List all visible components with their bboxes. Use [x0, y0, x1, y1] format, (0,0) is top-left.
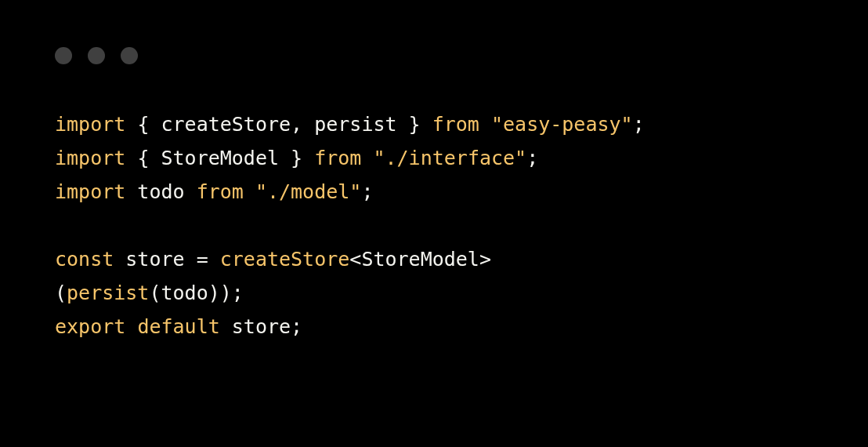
- code-token: [125, 113, 137, 136]
- code-token: [244, 180, 255, 203]
- code-line: const store = createStore<StoreModel>: [55, 242, 813, 276]
- code-window: import { createStore, persist } from "ea…: [0, 0, 868, 447]
- code-token: [421, 113, 432, 136]
- code-token: createStore: [149, 113, 291, 136]
- code-token: ;: [232, 282, 244, 304]
- code-token: "easy-peasy": [491, 113, 633, 136]
- code-token: persist: [67, 282, 149, 304]
- code-token: [361, 147, 373, 169]
- code-token: todo: [125, 180, 196, 203]
- code-token: persist: [302, 113, 408, 136]
- code-token: export: [55, 315, 125, 338]
- code-token: const: [55, 248, 114, 271]
- code-token: createStore: [220, 248, 350, 271]
- code-token: {: [137, 147, 149, 169]
- code-token: ,: [291, 113, 302, 136]
- code-token: StoreModel: [149, 147, 291, 169]
- code-line: import todo from "./model";: [55, 175, 813, 209]
- code-line: import { createStore, persist } from "ea…: [55, 107, 813, 141]
- code-token: default: [137, 315, 219, 338]
- code-token: ;: [633, 113, 645, 136]
- code-token: import: [55, 180, 125, 203]
- code-token: <: [349, 248, 361, 271]
- code-token: [125, 315, 137, 338]
- code-token: from: [432, 113, 479, 136]
- code-token: from: [197, 180, 244, 203]
- code-token: }: [291, 147, 302, 169]
- code-token: [125, 147, 137, 169]
- code-token: >: [479, 248, 491, 271]
- code-token: ;: [526, 147, 538, 169]
- code-token: ;: [361, 180, 373, 203]
- code-token: {: [137, 113, 149, 136]
- code-token: [479, 113, 491, 136]
- code-line: [55, 209, 813, 242]
- code-line: (persist(todo));: [55, 276, 813, 310]
- code-token: =: [197, 248, 208, 271]
- code-token: ): [220, 282, 232, 304]
- code-token: [302, 147, 314, 169]
- code-token: ): [208, 282, 220, 304]
- code-token: "./interface": [373, 147, 526, 169]
- code-token: [55, 214, 67, 237]
- code-block: import { createStore, persist } from "ea…: [55, 107, 813, 343]
- code-token: (: [55, 282, 67, 304]
- code-token: "./model": [255, 180, 361, 203]
- code-token: store: [220, 315, 291, 338]
- close-icon[interactable]: [55, 47, 72, 64]
- code-token: }: [409, 113, 421, 136]
- maximize-icon[interactable]: [121, 47, 138, 64]
- code-token: (: [149, 282, 161, 304]
- code-token: todo: [161, 282, 208, 304]
- code-token: ;: [291, 315, 302, 338]
- code-token: from: [314, 147, 361, 169]
- code-token: store: [114, 248, 196, 271]
- code-token: import: [55, 113, 125, 136]
- code-token: import: [55, 147, 125, 169]
- code-token: StoreModel: [361, 248, 479, 271]
- code-line: export default store;: [55, 310, 813, 343]
- window-controls: [55, 47, 813, 64]
- code-token: [208, 248, 220, 271]
- code-line: import { StoreModel } from "./interface"…: [55, 141, 813, 175]
- minimize-icon[interactable]: [88, 47, 105, 64]
